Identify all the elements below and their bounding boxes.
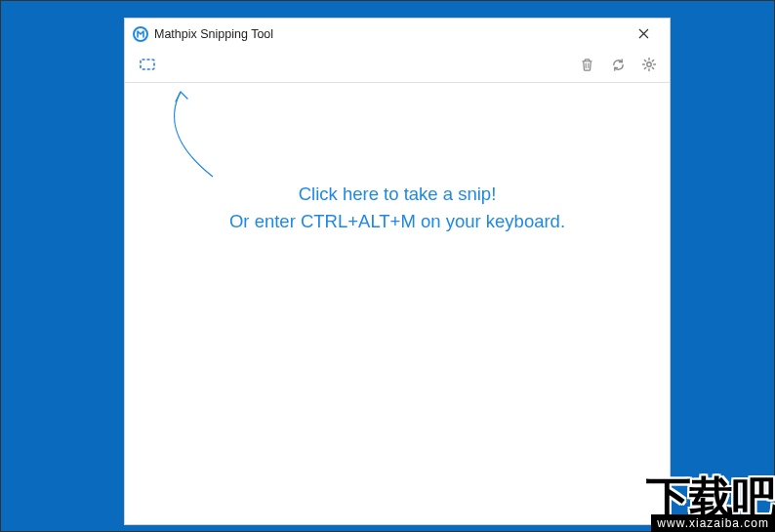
window-title: Mathpix Snipping Tool <box>154 27 619 41</box>
settings-button[interactable] <box>638 56 660 77</box>
svg-rect-1 <box>141 60 154 69</box>
snip-button[interactable] <box>137 56 158 77</box>
app-logo-icon <box>133 26 148 42</box>
trash-icon <box>580 58 594 75</box>
refresh-button[interactable] <box>607 56 629 77</box>
titlebar: Mathpix Snipping Tool <box>125 19 670 50</box>
toolbar <box>125 50 670 83</box>
watermark-url: www.xiazaiba.com <box>651 514 775 532</box>
watermark: 下载吧 www.xiazaiba.com <box>594 460 775 532</box>
close-icon <box>638 25 649 43</box>
watermark-text: 下载吧 <box>646 478 775 518</box>
hint-line-2: Or enter CTRL+ALT+M on your keyboard. <box>125 208 670 235</box>
window-close-button[interactable] <box>625 20 662 48</box>
svg-point-2 <box>647 62 651 66</box>
hint-text: Click here to take a snip! Or enter CTRL… <box>125 181 670 235</box>
delete-button[interactable] <box>576 56 597 77</box>
arrow-illustration <box>158 87 226 180</box>
refresh-icon <box>611 58 626 75</box>
gear-icon <box>641 57 657 75</box>
content-area[interactable]: Click here to take a snip! Or enter CTRL… <box>125 83 670 524</box>
snip-rectangle-icon <box>139 56 156 76</box>
hint-line-1: Click here to take a snip! <box>125 181 670 208</box>
app-window: Mathpix Snipping Tool <box>124 18 671 525</box>
